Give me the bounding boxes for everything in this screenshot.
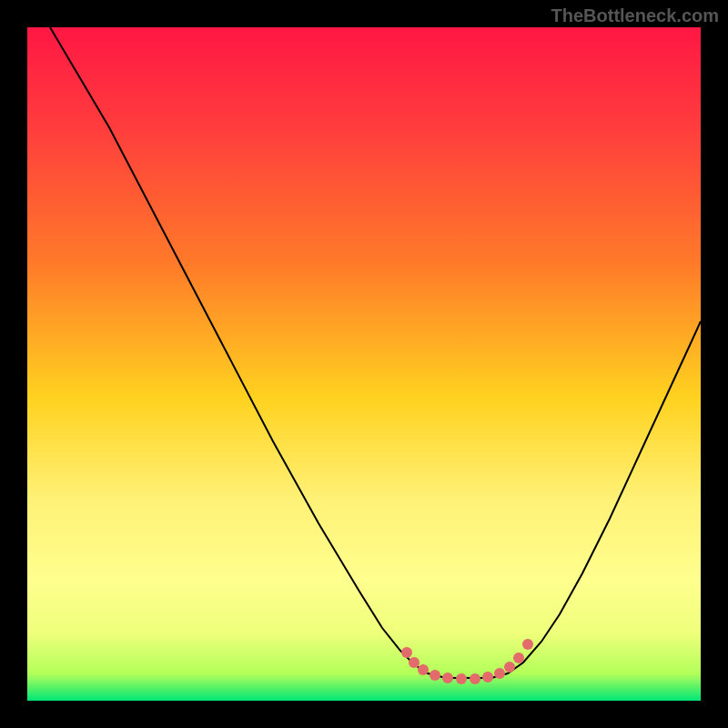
curve-marker: [418, 664, 429, 675]
curve-marker: [504, 662, 515, 672]
curve-marker: [456, 673, 467, 684]
curve-marker: [470, 673, 480, 684]
curve-marker: [513, 652, 524, 663]
watermark-text: TheBottleneck.com: [551, 5, 719, 26]
curve-marker: [401, 647, 412, 658]
curve-marker: [409, 657, 420, 668]
curve-marker: [430, 670, 440, 681]
curve-marker: [522, 639, 533, 650]
curve-marker: [494, 668, 505, 679]
chart-container: [0, 0, 728, 728]
curve-marker: [482, 672, 493, 682]
chart-svg: [0, 0, 728, 728]
curve-marker: [442, 672, 453, 683]
